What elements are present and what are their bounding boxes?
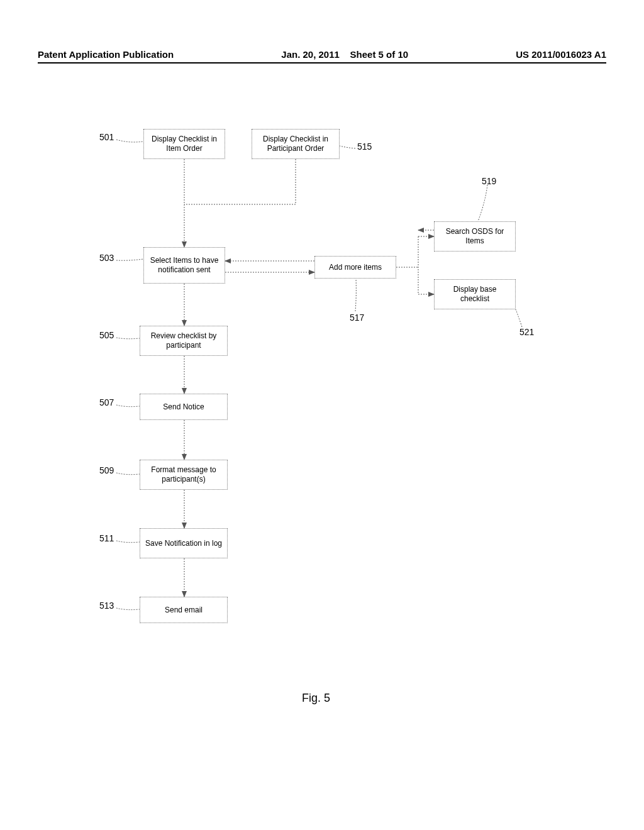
label-511: 511 [99,533,114,543]
box-send-email: Send email [140,597,228,623]
box-display-checklist-item-order: Display Checklist in Item Order [143,129,225,159]
label-517: 517 [350,313,364,323]
box-select-items-notification: Select Items to have notification sent [143,247,225,284]
box-display-checklist-participant-order: Display Checklist in Participant Order [252,129,340,159]
diagram-canvas: Display Checklist in Item Order Display … [0,0,644,830]
box-add-more-items: Add more items [314,256,396,279]
box-review-checklist: Review checklist by participant [140,326,228,356]
box-save-notification-log: Save Notification in log [140,528,228,558]
connector-lines [0,0,644,830]
label-519: 519 [482,176,496,186]
box-format-message: Format message to participant(s) [140,460,228,490]
figure-caption: Fig. 5 [302,692,330,705]
label-509: 509 [99,465,114,475]
label-503: 503 [99,253,114,263]
label-507: 507 [99,397,114,407]
box-send-notice: Send Notice [140,394,228,420]
label-505: 505 [99,330,114,340]
box-search-osds: Search OSDS for Items [434,221,516,252]
label-501: 501 [99,132,114,142]
box-display-base-checklist: Display base checklist [434,279,516,309]
label-513: 513 [99,600,114,611]
label-515: 515 [357,141,372,152]
label-521: 521 [519,327,534,337]
